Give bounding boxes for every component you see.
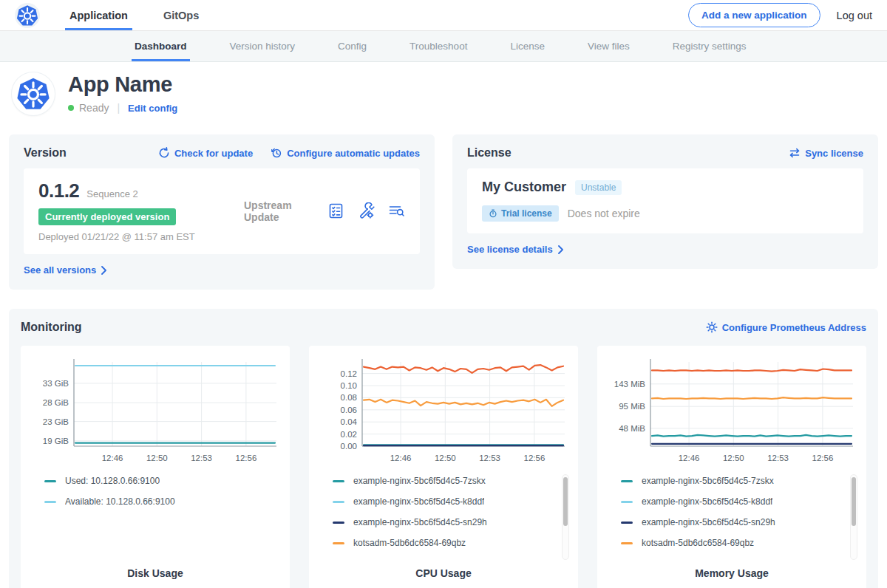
current-version-card: 0.1.2 Sequence 2 Currently deployed vers…	[24, 168, 420, 254]
check-for-update-link[interactable]: Check for update	[158, 147, 253, 159]
legend-label: example-nginx-5bc6f5d4c5-sn29h	[642, 517, 775, 527]
memory-usage-legend: example-nginx-5bc6f5d4c5-7zskxexample-ng…	[621, 476, 857, 563]
y-axis-tick-label: 28 GiB	[43, 398, 69, 407]
primary-tab-label: Application	[69, 10, 128, 21]
legend-scrollbar[interactable]	[562, 474, 569, 560]
tab-dashboard[interactable]: Dashboard	[132, 31, 190, 61]
view-deploy-logs-icon[interactable]	[388, 202, 405, 219]
legend-scrollbar[interactable]	[850, 474, 857, 560]
primary-tab-application[interactable]: Application	[65, 0, 132, 30]
memory-usage-title: Memory Usage	[603, 567, 860, 579]
legend-item: Used: 10.128.0.66:9100	[44, 476, 281, 486]
deployed-timestamp: Deployed 01/21/22 @ 11:57 am EST	[38, 231, 237, 242]
legend-color-dash	[333, 480, 344, 482]
cpu-usage-card: 12:4612:5012:5312:560.120.100.080.060.04…	[309, 346, 578, 588]
gear-icon	[706, 321, 718, 333]
disk-usage-chart: 12:4612:5012:5312:5633 GiB28 GiB23 GiB19…	[27, 355, 284, 470]
trial-license-badge: Trial license	[482, 205, 559, 222]
app-avatar	[12, 72, 55, 115]
cpu-usage-title: CPU Usage	[315, 567, 572, 579]
chart-series-line	[652, 369, 852, 372]
version-number: 0.1.2	[38, 180, 79, 202]
configure-automatic-updates-link[interactable]: Configure automatic updates	[271, 147, 420, 159]
top-navbar-left: ApplicationGitOps	[15, 0, 230, 30]
upstream-update-label: Upstream Update	[237, 199, 327, 223]
disk-usage-title: Disk Usage	[27, 567, 284, 579]
primary-nav-tabs: ApplicationGitOps	[65, 0, 230, 30]
legend-color-dash	[621, 501, 633, 503]
x-axis-tick-label: 12:56	[524, 454, 546, 462]
monitoring-title: Monitoring	[21, 321, 82, 334]
legend-scrollbar-thumb[interactable]	[852, 477, 856, 526]
config-wrench-icon[interactable]	[358, 202, 375, 219]
chevron-right-icon	[101, 266, 107, 275]
x-axis-tick-label: 12:50	[146, 454, 168, 462]
see-license-details-link[interactable]: See license details	[467, 244, 564, 255]
tab-view-files[interactable]: View files	[585, 31, 633, 61]
legend-color-dash	[621, 480, 633, 482]
edit-config-link[interactable]: Edit config	[128, 103, 177, 114]
y-axis-tick-label: 0.06	[341, 406, 357, 414]
legend-item: example-nginx-5bc6f5d4c5-k8ddf	[621, 496, 857, 507]
ready-status-label: Ready	[79, 102, 109, 114]
version-card-title: Version	[24, 146, 67, 160]
tab-license[interactable]: License	[507, 31, 548, 61]
kubernetes-logo-icon	[16, 4, 38, 27]
license-card: License Sync license My Customer Unstabl…	[452, 134, 878, 269]
tab-config[interactable]: Config	[335, 31, 370, 61]
legend-color-dash	[621, 522, 633, 524]
disk-usage-card: 12:4612:5012:5312:5633 GiB28 GiB23 GiB19…	[21, 346, 290, 588]
y-axis-tick-label: 0.00	[341, 442, 357, 451]
y-axis-tick-label: 33 GiB	[43, 379, 69, 388]
primary-tab-label: GitOps	[163, 10, 199, 21]
x-axis-tick-label: 12:50	[723, 454, 744, 462]
charts-row: 12:4612:5012:5312:5633 GiB28 GiB23 GiB19…	[21, 346, 866, 588]
y-axis-tick-label: 95 MiB	[619, 402, 645, 411]
legend-item: example-nginx-5bc6f5d4c5-k8ddf	[333, 496, 569, 507]
primary-tab-gitops[interactable]: GitOps	[159, 0, 203, 30]
y-axis-tick-label: 0.08	[341, 393, 357, 402]
customer-name: My Customer	[482, 180, 566, 195]
y-axis-tick-label: 23 GiB	[43, 417, 69, 426]
refresh-icon	[158, 147, 170, 159]
x-axis-tick-label: 12:56	[812, 454, 834, 462]
legend-scrollbar-thumb[interactable]	[563, 477, 568, 526]
see-all-versions-link[interactable]: See all versions	[24, 264, 107, 276]
version-action-icons	[327, 202, 405, 219]
top-navbar-right: Add a new application Log out	[688, 0, 872, 30]
sync-arrows-icon	[789, 147, 801, 159]
legend-item: example-nginx-5bc6f5d4c5-sn29h	[333, 517, 569, 527]
configure-prometheus-link[interactable]: Configure Prometheus Address	[706, 321, 866, 333]
license-type-row: Trial license Does not expire	[482, 205, 849, 222]
legend-label: example-nginx-5bc6f5d4c5-7zskx	[353, 476, 486, 486]
license-card-title: License	[467, 146, 512, 160]
current-version-info: 0.1.2 Sequence 2 Currently deployed vers…	[38, 180, 237, 242]
version-card: Version Check for update	[9, 134, 435, 290]
tab-registry-settings[interactable]: Registry settings	[670, 31, 750, 61]
app-status-row: Ready | Edit config	[68, 102, 177, 114]
preflight-checks-icon[interactable]	[327, 202, 344, 219]
legend-label: kotsadm-5db6dc6584-69qbz	[353, 538, 466, 548]
tab-version-history[interactable]: Version history	[227, 31, 299, 61]
legend-color-dash	[333, 501, 344, 503]
sync-license-link[interactable]: Sync license	[789, 147, 863, 159]
x-axis-tick-label: 12:46	[390, 454, 412, 462]
app-header: App Name Ready | Edit config	[0, 62, 887, 129]
scheduled-update-icon	[271, 147, 282, 159]
legend-label: example-nginx-5bc6f5d4c5-k8ddf	[353, 496, 484, 507]
logout-link[interactable]: Log out	[837, 10, 872, 21]
y-axis-tick-label: 0.02	[341, 430, 357, 439]
dashboard-main: Version Check for update	[0, 134, 887, 588]
app-title-block: App Name Ready | Edit config	[68, 72, 177, 115]
legend-label: Available: 10.128.0.66:9100	[65, 496, 175, 507]
kubernetes-logo[interactable]	[15, 3, 40, 28]
x-axis-tick-label: 12:53	[479, 454, 500, 462]
version-number-row: 0.1.2 Sequence 2	[38, 180, 237, 202]
y-axis-tick-label: 48 MiB	[619, 424, 645, 433]
legend-item: Available: 10.128.0.66:9100	[44, 496, 281, 507]
x-axis-tick-label: 12:53	[767, 454, 789, 462]
tab-troubleshoot[interactable]: Troubleshoot	[407, 31, 470, 61]
add-application-button[interactable]: Add a new application	[688, 3, 820, 27]
legend-label: example-nginx-5bc6f5d4c5-k8ddf	[642, 496, 772, 507]
license-card-header: License Sync license	[467, 146, 863, 160]
